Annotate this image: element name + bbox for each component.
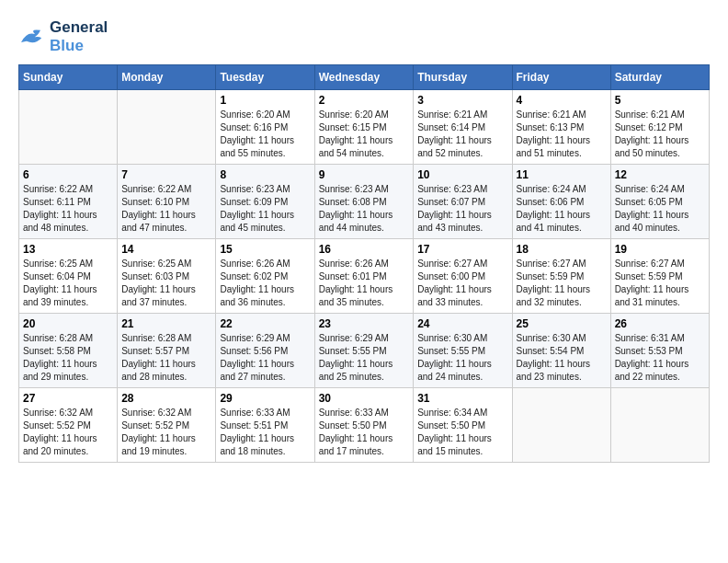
day-info: Sunrise: 6:27 AM Sunset: 5:59 PM Dayligh… <box>517 258 607 309</box>
calendar-week-row: 13Sunrise: 6:25 AM Sunset: 6:04 PM Dayli… <box>19 239 710 314</box>
day-number: 3 <box>417 94 507 107</box>
day-number: 27 <box>23 392 113 405</box>
day-info: Sunrise: 6:22 AM Sunset: 6:10 PM Dayligh… <box>121 183 211 235</box>
calendar-cell: 1Sunrise: 6:20 AM Sunset: 6:16 PM Daylig… <box>216 90 314 165</box>
calendar-cell: 22Sunrise: 6:29 AM Sunset: 5:56 PM Dayli… <box>216 314 314 388</box>
day-number: 6 <box>23 168 113 181</box>
calendar-cell: 15Sunrise: 6:26 AM Sunset: 6:02 PM Dayli… <box>216 239 314 314</box>
day-info: Sunrise: 6:23 AM Sunset: 6:09 PM Dayligh… <box>220 183 310 235</box>
weekday-header: Saturday <box>610 65 709 90</box>
day-number: 21 <box>121 317 211 330</box>
calendar-cell: 14Sunrise: 6:25 AM Sunset: 6:03 PM Dayli… <box>118 239 216 314</box>
logo-line1: General <box>50 18 108 37</box>
weekday-header-row: SundayMondayTuesdayWednesdayThursdayFrid… <box>19 65 710 90</box>
day-number: 1 <box>220 94 310 107</box>
day-info: Sunrise: 6:26 AM Sunset: 6:02 PM Dayligh… <box>220 258 310 309</box>
calendar-cell: 31Sunrise: 6:34 AM Sunset: 5:50 PM Dayli… <box>414 388 512 463</box>
logo-icon <box>18 23 46 51</box>
calendar-cell: 13Sunrise: 6:25 AM Sunset: 6:04 PM Dayli… <box>19 239 118 314</box>
day-info: Sunrise: 6:33 AM Sunset: 5:50 PM Dayligh… <box>319 407 410 458</box>
day-number: 25 <box>517 317 607 330</box>
day-info: Sunrise: 6:34 AM Sunset: 5:50 PM Dayligh… <box>417 407 507 458</box>
logo: General Blue <box>18 18 108 55</box>
day-number: 11 <box>517 168 607 181</box>
day-info: Sunrise: 6:21 AM Sunset: 6:12 PM Dayligh… <box>615 109 705 160</box>
calendar-week-row: 20Sunrise: 6:28 AM Sunset: 5:58 PM Dayli… <box>19 314 710 388</box>
day-number: 5 <box>615 94 705 107</box>
calendar-cell: 6Sunrise: 6:22 AM Sunset: 6:11 PM Daylig… <box>19 165 118 239</box>
day-number: 31 <box>417 392 507 405</box>
day-info: Sunrise: 6:32 AM Sunset: 5:52 PM Dayligh… <box>121 407 211 458</box>
calendar-cell: 26Sunrise: 6:31 AM Sunset: 5:53 PM Dayli… <box>610 314 709 388</box>
calendar-cell: 7Sunrise: 6:22 AM Sunset: 6:10 PM Daylig… <box>118 165 216 239</box>
calendar-cell <box>512 388 610 463</box>
day-info: Sunrise: 6:21 AM Sunset: 6:14 PM Dayligh… <box>417 109 507 160</box>
calendar-cell: 16Sunrise: 6:26 AM Sunset: 6:01 PM Dayli… <box>314 239 414 314</box>
calendar-cell: 20Sunrise: 6:28 AM Sunset: 5:58 PM Dayli… <box>19 314 118 388</box>
day-info: Sunrise: 6:20 AM Sunset: 6:16 PM Dayligh… <box>220 109 310 160</box>
day-number: 4 <box>517 94 607 107</box>
day-number: 22 <box>220 317 310 330</box>
calendar-cell <box>19 90 118 165</box>
day-info: Sunrise: 6:29 AM Sunset: 5:56 PM Dayligh… <box>220 332 310 384</box>
calendar-cell: 28Sunrise: 6:32 AM Sunset: 5:52 PM Dayli… <box>118 388 216 463</box>
day-info: Sunrise: 6:31 AM Sunset: 5:53 PM Dayligh… <box>615 332 705 384</box>
day-number: 2 <box>319 94 410 107</box>
logo-line2: Blue <box>50 37 108 55</box>
day-info: Sunrise: 6:21 AM Sunset: 6:13 PM Dayligh… <box>517 109 607 160</box>
day-number: 30 <box>319 392 410 405</box>
day-number: 12 <box>615 168 705 181</box>
day-info: Sunrise: 6:25 AM Sunset: 6:03 PM Dayligh… <box>121 258 211 309</box>
weekday-header: Sunday <box>19 65 118 90</box>
day-number: 26 <box>615 317 705 330</box>
day-number: 28 <box>121 392 211 405</box>
day-number: 24 <box>417 317 507 330</box>
weekday-header: Tuesday <box>216 65 314 90</box>
day-info: Sunrise: 6:24 AM Sunset: 6:06 PM Dayligh… <box>517 183 607 235</box>
day-number: 14 <box>121 243 211 256</box>
day-number: 18 <box>517 243 607 256</box>
calendar-table: SundayMondayTuesdayWednesdayThursdayFrid… <box>18 64 710 463</box>
day-number: 17 <box>417 243 507 256</box>
weekday-header: Thursday <box>414 65 512 90</box>
calendar-cell: 23Sunrise: 6:29 AM Sunset: 5:55 PM Dayli… <box>314 314 414 388</box>
calendar-cell: 27Sunrise: 6:32 AM Sunset: 5:52 PM Dayli… <box>19 388 118 463</box>
weekday-header: Wednesday <box>314 65 414 90</box>
day-number: 19 <box>615 243 705 256</box>
day-info: Sunrise: 6:30 AM Sunset: 5:55 PM Dayligh… <box>417 332 507 384</box>
calendar-cell: 2Sunrise: 6:20 AM Sunset: 6:15 PM Daylig… <box>314 90 414 165</box>
day-number: 20 <box>23 317 113 330</box>
calendar-cell: 9Sunrise: 6:23 AM Sunset: 6:08 PM Daylig… <box>314 165 414 239</box>
day-number: 8 <box>220 168 310 181</box>
day-info: Sunrise: 6:24 AM Sunset: 6:05 PM Dayligh… <box>615 183 705 235</box>
day-number: 9 <box>319 168 410 181</box>
calendar-cell: 5Sunrise: 6:21 AM Sunset: 6:12 PM Daylig… <box>610 90 709 165</box>
day-info: Sunrise: 6:29 AM Sunset: 5:55 PM Dayligh… <box>319 332 410 384</box>
calendar-week-row: 6Sunrise: 6:22 AM Sunset: 6:11 PM Daylig… <box>19 165 710 239</box>
page-header: General Blue <box>18 18 710 55</box>
calendar-cell: 4Sunrise: 6:21 AM Sunset: 6:13 PM Daylig… <box>512 90 610 165</box>
day-number: 16 <box>319 243 410 256</box>
weekday-header: Monday <box>118 65 216 90</box>
day-number: 29 <box>220 392 310 405</box>
calendar-cell: 18Sunrise: 6:27 AM Sunset: 5:59 PM Dayli… <box>512 239 610 314</box>
day-info: Sunrise: 6:33 AM Sunset: 5:51 PM Dayligh… <box>220 407 310 458</box>
day-info: Sunrise: 6:25 AM Sunset: 6:04 PM Dayligh… <box>23 258 113 309</box>
calendar-cell: 10Sunrise: 6:23 AM Sunset: 6:07 PM Dayli… <box>414 165 512 239</box>
day-info: Sunrise: 6:27 AM Sunset: 6:00 PM Dayligh… <box>417 258 507 309</box>
day-info: Sunrise: 6:28 AM Sunset: 5:58 PM Dayligh… <box>23 332 113 384</box>
calendar-cell: 17Sunrise: 6:27 AM Sunset: 6:00 PM Dayli… <box>414 239 512 314</box>
day-info: Sunrise: 6:23 AM Sunset: 6:07 PM Dayligh… <box>417 183 507 235</box>
calendar-cell <box>610 388 709 463</box>
calendar-week-row: 27Sunrise: 6:32 AM Sunset: 5:52 PM Dayli… <box>19 388 710 463</box>
calendar-cell: 8Sunrise: 6:23 AM Sunset: 6:09 PM Daylig… <box>216 165 314 239</box>
day-info: Sunrise: 6:30 AM Sunset: 5:54 PM Dayligh… <box>517 332 607 384</box>
calendar-cell: 3Sunrise: 6:21 AM Sunset: 6:14 PM Daylig… <box>414 90 512 165</box>
calendar-cell: 21Sunrise: 6:28 AM Sunset: 5:57 PM Dayli… <box>118 314 216 388</box>
calendar-cell: 19Sunrise: 6:27 AM Sunset: 5:59 PM Dayli… <box>610 239 709 314</box>
day-number: 10 <box>417 168 507 181</box>
day-number: 13 <box>23 243 113 256</box>
day-info: Sunrise: 6:32 AM Sunset: 5:52 PM Dayligh… <box>23 407 113 458</box>
day-number: 23 <box>319 317 410 330</box>
day-info: Sunrise: 6:23 AM Sunset: 6:08 PM Dayligh… <box>319 183 410 235</box>
